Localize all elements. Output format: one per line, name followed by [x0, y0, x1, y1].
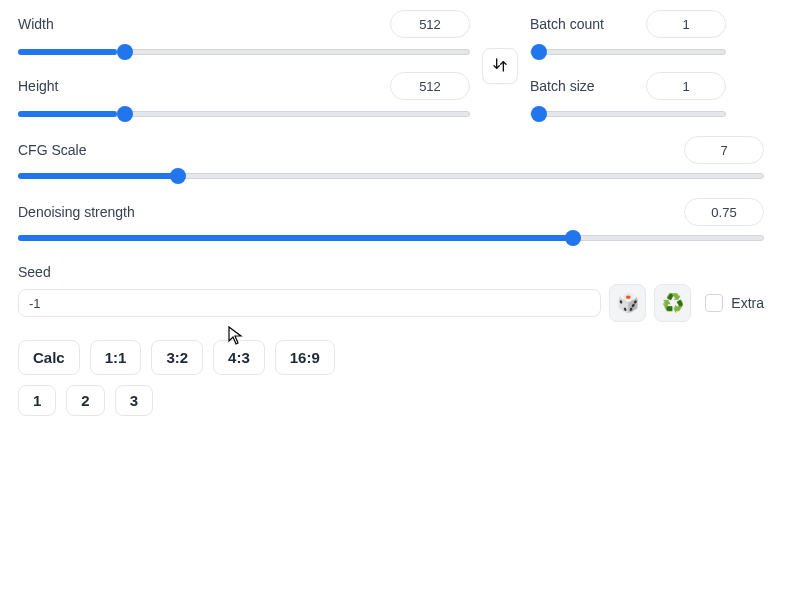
- seed-input[interactable]: [18, 289, 601, 317]
- batch-size-label: Batch size: [530, 78, 595, 94]
- batch-size-input[interactable]: [646, 72, 726, 100]
- cfg-scale-slider[interactable]: [18, 173, 764, 179]
- ratio-3-2-button[interactable]: 3:2: [151, 340, 203, 375]
- ratio-1-1-button[interactable]: 1:1: [90, 340, 142, 375]
- recycle-icon: ♻️: [662, 292, 684, 314]
- preset-1-button[interactable]: 1: [18, 385, 56, 416]
- swap-dimensions-button[interactable]: [482, 48, 518, 84]
- dice-icon: 🎲: [617, 292, 639, 314]
- cfg-scale-input[interactable]: [684, 136, 764, 164]
- ratio-16-9-button[interactable]: 16:9: [275, 340, 335, 375]
- calc-button[interactable]: Calc: [18, 340, 80, 375]
- denoise-label: Denoising strength: [18, 204, 135, 220]
- extra-label: Extra: [731, 295, 764, 311]
- seed-random-button[interactable]: 🎲: [609, 284, 646, 322]
- height-label: Height: [18, 78, 58, 94]
- width-slider[interactable]: [18, 49, 470, 55]
- seed-label: Seed: [18, 264, 51, 280]
- denoise-input[interactable]: [684, 198, 764, 226]
- width-input[interactable]: [390, 10, 470, 38]
- cfg-scale-label: CFG Scale: [18, 142, 86, 158]
- seed-reuse-button[interactable]: ♻️: [654, 284, 691, 322]
- ratio-4-3-button[interactable]: 4:3: [213, 340, 265, 375]
- height-slider[interactable]: [18, 111, 470, 117]
- batch-count-input[interactable]: [646, 10, 726, 38]
- preset-button-row: 1 2 3: [18, 385, 770, 416]
- batch-count-label: Batch count: [530, 16, 604, 32]
- width-label: Width: [18, 16, 54, 32]
- extra-checkbox[interactable]: [705, 294, 723, 312]
- batch-size-slider[interactable]: [530, 111, 726, 117]
- preset-3-button[interactable]: 3: [115, 385, 153, 416]
- batch-count-slider[interactable]: [530, 49, 726, 55]
- height-input[interactable]: [390, 72, 470, 100]
- swap-icon: [492, 57, 508, 76]
- denoise-slider[interactable]: [18, 235, 764, 241]
- ratio-button-row: Calc 1:1 3:2 4:3 16:9: [18, 340, 770, 375]
- preset-2-button[interactable]: 2: [66, 385, 104, 416]
